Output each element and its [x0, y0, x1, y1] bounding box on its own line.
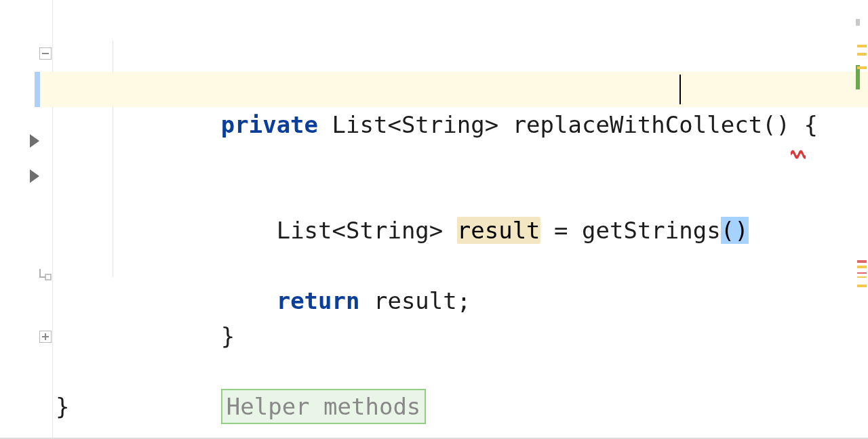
current-line-highlight — [35, 72, 868, 107]
ruler-mark[interactable] — [856, 19, 860, 26]
return-expr: result; — [359, 287, 471, 314]
svg-rect-0 — [45, 274, 51, 280]
ruler-mark-warning[interactable] — [857, 45, 867, 47]
text-caret — [679, 75, 681, 104]
code-line[interactable]: Helper methods — [53, 318, 854, 354]
keyword-return: return — [277, 287, 360, 314]
ruler-mark-warning[interactable] — [857, 53, 867, 56]
ruler-mark-warning[interactable] — [857, 266, 867, 268]
method-name: replaceWithCollect — [513, 111, 762, 138]
type-list-string: List<String> — [318, 111, 513, 138]
ruler-mark-error[interactable] — [857, 272, 867, 274]
ruler-mark-error[interactable] — [857, 260, 867, 263]
code-line[interactable]: private List<String> replaceWithCollect(… — [53, 37, 854, 72]
breakpoint-stripe — [35, 72, 40, 107]
ruler-mark-warning[interactable] — [857, 66, 867, 69]
ruler-mark-warning[interactable] — [857, 285, 867, 287]
code-editor[interactable]: private List<String> replaceWithCollect(… — [0, 0, 868, 439]
keyword-private: private — [221, 111, 318, 138]
folded-region-helper-methods[interactable]: Helper methods — [221, 389, 427, 424]
code-line[interactable]: } — [53, 248, 854, 283]
code-line-current[interactable]: List<String> result = getStrings() — [53, 72, 854, 107]
fold-end-icon[interactable] — [0, 259, 53, 271]
run-gutter-icon[interactable] — [0, 134, 53, 148]
run-gutter-icon[interactable] — [0, 169, 53, 183]
code-area[interactable]: private List<String> replaceWithCollect(… — [53, 0, 854, 439]
overview-ruler[interactable] — [854, 0, 868, 439]
fold-collapse-icon[interactable] — [0, 47, 53, 60]
ruler-mark-warning[interactable] — [857, 276, 867, 278]
fold-expand-icon[interactable] — [0, 331, 53, 343]
code-line[interactable]: return result; — [53, 213, 854, 248]
gutter — [0, 0, 53, 439]
code-line[interactable]: } — [53, 354, 854, 389]
brace-close-outer: } — [56, 389, 69, 424]
parens-brace: () { — [762, 111, 818, 138]
